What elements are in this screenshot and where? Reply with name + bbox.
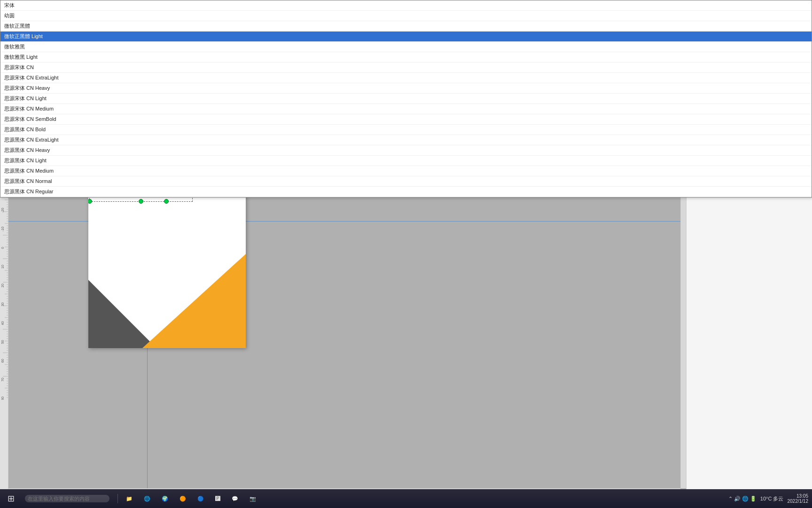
handle-bottom-left[interactable] <box>88 199 92 204</box>
search-input[interactable] <box>25 495 109 502</box>
browser2-icon: 🌍 <box>162 496 168 502</box>
svg-text:0: 0 <box>1 247 4 249</box>
handle-bottom-mid[interactable] <box>139 199 143 204</box>
taskbar-item-app1[interactable]: 🟠 <box>175 492 191 506</box>
svg-text:50: 50 <box>1 340 4 344</box>
font-item-16[interactable]: 思源黑体 CN Medium <box>687 166 812 176</box>
weather-info: 10°C 多云 <box>760 495 784 502</box>
svg-text:-10: -10 <box>1 227 4 231</box>
start-button[interactable]: ⊞ <box>4 493 18 504</box>
taskbar-sep-1 <box>117 494 118 503</box>
panel-content: 单行文字 - 姓名： 文本数据： 姓名： 字体字号： 横向缩放： 文本颜色： 背… <box>687 87 812 494</box>
font-item-8[interactable]: 思源宋体 CN Heavy <box>687 87 812 94</box>
clock-date: 2022/1/12 <box>788 499 809 504</box>
svg-text:40: 40 <box>1 321 4 325</box>
browser1-icon: 🌐 <box>144 496 150 502</box>
windows-taskbar: ⊞ 📁 🌐 🌍 🟠 🔵 🅿 💬 📷 ⌃ 🔊 🌐 🔋 10°C 多云 13:05 … <box>0 489 812 508</box>
handle-bottom-right[interactable] <box>164 199 169 204</box>
font-item-12[interactable]: 思源黑体 CN Bold <box>687 125 812 135</box>
font-item-15[interactable]: 思源黑体 CN Light <box>687 156 812 166</box>
font-item-11[interactable]: 思源宋体 CN SemBold <box>687 114 812 125</box>
svg-text:10: 10 <box>1 265 4 269</box>
font-item-9[interactable]: 思源宋体 CN Light <box>687 94 812 104</box>
svg-text:70: 70 <box>1 378 4 381</box>
triangle-bottom-right <box>142 254 246 348</box>
explorer-icon: 📁 <box>126 496 133 502</box>
windows-icon: ⊞ <box>8 493 15 504</box>
font-item-14[interactable]: 思源黑体 CN Heavy <box>687 145 812 156</box>
font-item-10[interactable]: 思源宋体 CN Medium <box>687 104 812 114</box>
font-dropdown-list[interactable]: 宋体幼圆微软正黑體微软正黑體 Light微软雅黑微软雅黑 Light思源宋体 C… <box>687 87 812 198</box>
svg-text:-20: -20 <box>1 208 4 213</box>
app1-icon: 🟠 <box>180 496 186 502</box>
clock-time: 13:05 <box>788 493 809 499</box>
taskbar-item-app2[interactable]: 🔵 <box>193 492 209 506</box>
svg-text:20: 20 <box>1 284 4 287</box>
font-item-17[interactable]: 思源黑体 CN Normal <box>687 176 812 187</box>
font-item-13[interactable]: 思源黑体 CN ExtraLight <box>687 135 812 145</box>
taskbar-item-ps[interactable]: 🅿 <box>211 492 225 506</box>
svg-text:30: 30 <box>1 302 4 306</box>
app2-icon: 🔵 <box>197 496 204 502</box>
taskbar-right-area: ⌃ 🔊 🌐 🔋 10°C 多云 13:05 2022/1/12 <box>728 493 808 504</box>
taskbar-item-browser1[interactable]: 🌐 <box>139 492 155 506</box>
svg-text:80: 80 <box>1 397 4 400</box>
triangle-bottom-left <box>88 280 156 348</box>
font-item-18[interactable]: 思源黑体 CN Regular <box>687 187 812 197</box>
app4-icon: 📷 <box>250 496 256 502</box>
taskbar-item-app4[interactable]: 📷 <box>245 492 261 506</box>
right-panel: 📋 显示标尺 📐 显示参考 ▦ 属性栏 🗃 模板库 📊 素材 <box>686 62 812 494</box>
svg-text:60: 60 <box>1 359 4 363</box>
app3-icon: 💬 <box>232 496 238 502</box>
clock-display: 13:05 2022/1/12 <box>788 493 809 504</box>
taskbar-item-browser2[interactable]: 🌍 <box>157 492 173 506</box>
sys-tray-icons: ⌃ 🔊 🌐 🔋 <box>728 496 757 502</box>
workspace: 📋 显示标尺 📐 显示参考 ▦ 属性栏 🗃 模板库 📊 素材 <box>0 62 812 494</box>
taskbar-item-explorer[interactable]: 📁 <box>121 492 137 506</box>
search-bar[interactable] <box>20 492 114 506</box>
taskbar-item-app3[interactable]: 💬 <box>227 492 243 506</box>
font-item-19[interactable]: 文道刻黑体 <box>687 197 812 198</box>
ps-icon: 🅿 <box>215 496 220 501</box>
